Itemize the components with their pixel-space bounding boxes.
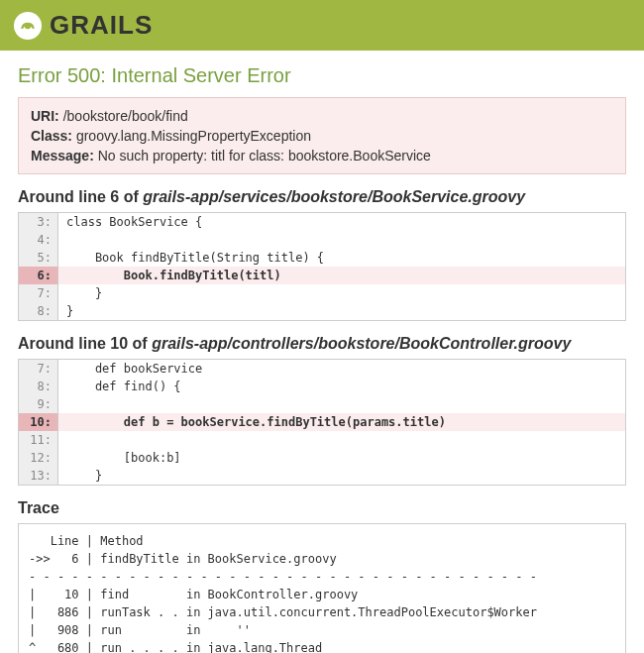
line-code <box>58 231 625 249</box>
error-title: Error 500: Internal Server Error <box>18 64 626 87</box>
code-line: 11: <box>19 431 625 449</box>
code-line: 13: } <box>19 467 625 485</box>
line-code: class BookService { <box>58 213 625 231</box>
line-code <box>58 395 625 413</box>
line-code <box>58 431 625 449</box>
line-number: 7: <box>19 284 58 302</box>
code-line: 7: def bookService <box>19 360 625 378</box>
message-value: No such property: titl for class: bookst… <box>98 148 431 163</box>
message-label: Message: <box>31 148 94 163</box>
line-code: def bookService <box>58 360 625 378</box>
line-number: 5: <box>19 249 58 267</box>
page-content: Error 500: Internal Server Error URI: /b… <box>0 51 644 653</box>
brand-name: GRAILS <box>50 10 153 41</box>
line-number: 7: <box>19 360 58 378</box>
trace-heading: Trace <box>18 499 626 517</box>
line-code: } <box>58 302 625 320</box>
line-number: 4: <box>19 231 58 249</box>
code-line: 5: Book findByTitle(String title) { <box>19 249 625 267</box>
code-line: 4: <box>19 231 625 249</box>
code-line: 8: def find() { <box>19 378 625 395</box>
code-line: 8:} <box>19 302 625 320</box>
code-line: 3:class BookService { <box>19 213 625 231</box>
snippet-heading-prefix: Around line 6 of <box>18 188 143 205</box>
line-code: } <box>58 467 625 485</box>
code-line: 7: } <box>19 284 625 302</box>
uri-label: URI: <box>31 108 59 124</box>
line-number: 9: <box>19 395 58 413</box>
uri-value: /bookstore/book/find <box>63 108 188 124</box>
snippet-heading: Around line 10 of grails-app/controllers… <box>18 335 626 353</box>
class-label: Class: <box>31 128 72 144</box>
line-number: 13: <box>19 467 58 485</box>
error-message-row: Message: No such property: titl for clas… <box>31 148 613 163</box>
line-code: Book.findByTitle(titl) <box>58 267 625 284</box>
line-number: 8: <box>19 378 58 395</box>
line-number: 3: <box>19 213 58 231</box>
snippet-path: grails-app/services/bookstore/BookServic… <box>143 188 525 205</box>
code-line: 10: def b = bookService.findByTitle(para… <box>19 413 625 431</box>
class-value: groovy.lang.MissingPropertyException <box>76 128 311 144</box>
grails-logo-icon <box>14 12 42 40</box>
line-number: 10: <box>19 413 58 431</box>
line-number: 12: <box>19 449 58 467</box>
error-details-box: URI: /bookstore/book/find Class: groovy.… <box>18 97 626 174</box>
code-block: 3:class BookService {4:5: Book findByTit… <box>18 212 626 321</box>
line-code: } <box>58 284 625 302</box>
snippet-path: grails-app/controllers/bookstore/BookCon… <box>152 335 571 352</box>
code-block: 7: def bookService8: def find() {9:10: d… <box>18 359 626 486</box>
line-code: def b = bookService.findByTitle(params.t… <box>58 413 625 431</box>
error-class-row: Class: groovy.lang.MissingPropertyExcept… <box>31 128 613 144</box>
line-code: def find() { <box>58 378 625 395</box>
line-code: Book findByTitle(String title) { <box>58 249 625 267</box>
trace-block: Line | Method ->> 6 | findByTitle in Boo… <box>18 523 626 653</box>
code-line: 12: [book:b] <box>19 449 625 467</box>
snippet-heading-prefix: Around line 10 of <box>18 335 152 352</box>
line-number: 11: <box>19 431 58 449</box>
line-code: [book:b] <box>58 449 625 467</box>
code-line: 9: <box>19 395 625 413</box>
app-header: GRAILS <box>0 0 644 51</box>
snippet-heading: Around line 6 of grails-app/services/boo… <box>18 188 626 206</box>
error-uri-row: URI: /bookstore/book/find <box>31 108 613 124</box>
line-number: 6: <box>19 267 58 284</box>
code-line: 6: Book.findByTitle(titl) <box>19 267 625 284</box>
line-number: 8: <box>19 302 58 320</box>
